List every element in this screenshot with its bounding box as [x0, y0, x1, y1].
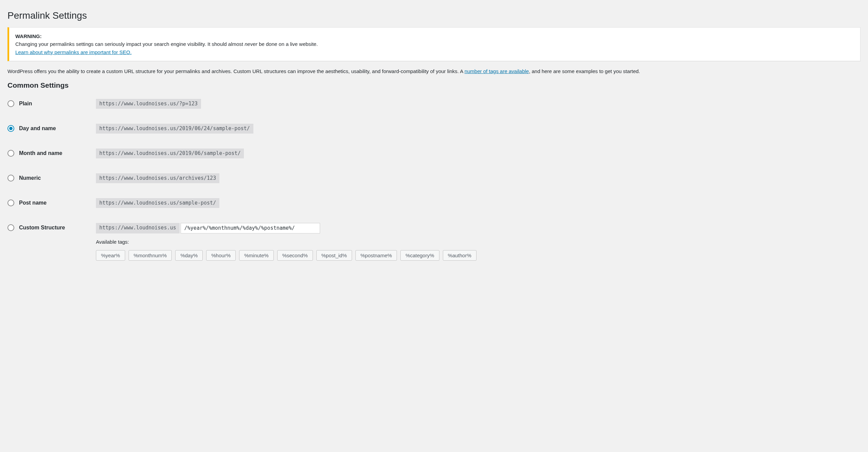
available-tags-list: %year% %monthnum% %day% %hour% %minute% … — [96, 250, 861, 261]
option-value: https://www.loudnoises.us/sample-post/ — [96, 198, 861, 208]
tag-postname[interactable]: %postname% — [355, 250, 397, 261]
option-label[interactable]: Month and name — [19, 150, 62, 156]
option-label[interactable]: Custom Structure — [19, 225, 65, 231]
option-numeric: Numeric https://www.loudnoises.us/archiv… — [7, 173, 861, 183]
option-value: https://www.loudnoises.us/archives/123 — [96, 173, 861, 183]
warning-text-2: be done on a live website. — [257, 41, 318, 47]
available-tags-label: Available tags: — [96, 239, 861, 245]
warning-text-1: Changing your permalinks settings can se… — [15, 41, 245, 47]
radio-numeric[interactable] — [7, 175, 14, 181]
example-post-name: https://www.loudnoises.us/sample-post/ — [96, 198, 219, 208]
radio-plain[interactable] — [7, 100, 14, 107]
example-month-and-name: https://www.loudnoises.us/2019/06/sample… — [96, 149, 244, 158]
warning-label: WARNING: — [15, 33, 42, 39]
tag-category[interactable]: %category% — [400, 250, 439, 261]
section-heading: Common Settings — [7, 81, 861, 89]
option-label-cell: Numeric — [7, 173, 96, 181]
option-label-cell: Plain — [7, 99, 96, 107]
option-month-and-name: Month and name https://www.loudnoises.us… — [7, 149, 861, 158]
option-label[interactable]: Plain — [19, 101, 32, 107]
radio-custom-structure[interactable] — [7, 224, 14, 231]
page-title: Permalink Settings — [7, 10, 861, 21]
radio-month-and-name[interactable] — [7, 150, 14, 157]
custom-value-cell: https://www.loudnoises.us Available tags… — [96, 223, 861, 261]
option-post-name: Post name https://www.loudnoises.us/samp… — [7, 198, 861, 208]
option-value: https://www.loudnoises.us/?p=123 — [96, 99, 861, 109]
option-day-and-name: Day and name https://www.loudnoises.us/2… — [7, 124, 861, 134]
custom-structure-input[interactable] — [181, 223, 320, 233]
example-plain: https://www.loudnoises.us/?p=123 — [96, 99, 201, 109]
radio-post-name[interactable] — [7, 199, 14, 206]
custom-base-url: https://www.loudnoises.us — [96, 223, 180, 233]
tag-post-id[interactable]: %post_id% — [316, 250, 352, 261]
option-label[interactable]: Post name — [19, 200, 47, 206]
option-plain: Plain https://www.loudnoises.us/?p=123 — [7, 99, 861, 109]
intro-text-2: , and here are some examples to get you … — [529, 68, 640, 74]
custom-structure-line: https://www.loudnoises.us — [96, 223, 861, 233]
tag-author[interactable]: %author% — [443, 250, 477, 261]
radio-day-and-name[interactable] — [7, 125, 14, 132]
option-label-cell: Month and name — [7, 149, 96, 157]
tag-minute[interactable]: %minute% — [239, 250, 274, 261]
tag-day[interactable]: %day% — [175, 250, 203, 261]
warning-em: never — [245, 41, 257, 47]
tag-hour[interactable]: %hour% — [206, 250, 236, 261]
intro-text-1: WordPress offers you the ability to crea… — [7, 68, 465, 74]
tag-year[interactable]: %year% — [96, 250, 125, 261]
option-label[interactable]: Numeric — [19, 175, 41, 181]
option-value: https://www.loudnoises.us/2019/06/24/sam… — [96, 124, 861, 134]
example-numeric: https://www.loudnoises.us/archives/123 — [96, 173, 219, 183]
option-value: https://www.loudnoises.us/2019/06/sample… — [96, 149, 861, 158]
option-custom-structure: Custom Structure https://www.loudnoises.… — [7, 223, 861, 261]
permalink-options: Plain https://www.loudnoises.us/?p=123 D… — [7, 99, 861, 261]
tag-monthnum[interactable]: %monthnum% — [129, 250, 172, 261]
option-label[interactable]: Day and name — [19, 125, 56, 132]
option-label-cell: Post name — [7, 198, 96, 206]
intro-tags-link[interactable]: number of tags are available — [465, 68, 529, 74]
example-day-and-name: https://www.loudnoises.us/2019/06/24/sam… — [96, 124, 253, 134]
warning-seo-link[interactable]: Learn about why permalinks are important… — [15, 49, 132, 55]
option-label-cell: Day and name — [7, 124, 96, 132]
tag-second[interactable]: %second% — [277, 250, 313, 261]
intro-text: WordPress offers you the ability to crea… — [7, 67, 861, 75]
warning-notice: WARNING: Changing your permalinks settin… — [7, 27, 861, 61]
option-label-cell: Custom Structure — [7, 223, 96, 231]
